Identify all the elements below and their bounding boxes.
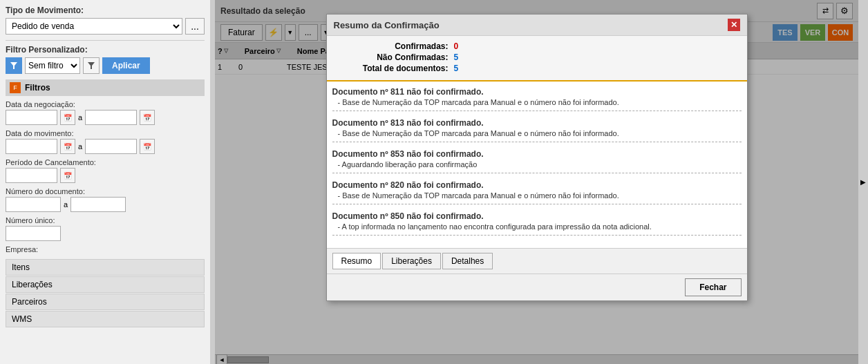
between-label-2: a xyxy=(78,142,82,151)
modal-body: Documento nº 811 não foi confirmado. - B… xyxy=(327,82,747,248)
data-movimento-cal-start[interactable]: 📅 xyxy=(60,139,75,154)
doc-detail-3: - Base de Numeração da TOP marcada para … xyxy=(332,191,742,200)
apply-filter-btn[interactable]: Aplicar xyxy=(102,57,150,74)
total-docs-value: 5 xyxy=(454,64,459,73)
data-negociacao-cal-start[interactable]: 📅 xyxy=(60,110,75,125)
total-docs-row: Total de documentos: 5 xyxy=(338,64,736,73)
doc-block-3: Documento nº 820 não foi confirmado. - B… xyxy=(332,180,742,204)
tab-itens[interactable]: Itens xyxy=(6,259,205,276)
data-negociacao-label: Data da negociação: xyxy=(6,100,205,108)
data-movimento-field: Data do movimento: 📅 a 📅 xyxy=(6,129,205,154)
numero-unico-input[interactable] xyxy=(6,226,61,241)
modal-tabs: Resumo Liberações Detalhes xyxy=(327,248,747,274)
data-negociacao-field: Data da negociação: 📅 a 📅 xyxy=(6,100,205,125)
between-label-1: a xyxy=(78,113,82,122)
modal-overlay: Resumo da Confirmação ✕ Confirmadas: 0 N… xyxy=(215,0,858,364)
tipo-movimento-row: Pedido de venda ... xyxy=(6,18,205,35)
modal-header: Resumo da Confirmação ✕ xyxy=(327,15,747,36)
numero-documento-field: Número do documento: a xyxy=(6,187,205,212)
numero-unico-label: Número único: xyxy=(6,216,205,224)
numero-unico-row xyxy=(6,226,205,241)
data-negociacao-row: 📅 a 📅 xyxy=(6,110,205,125)
confirmadas-label: Confirmadas: xyxy=(338,41,449,51)
bottom-tabs: Itens Liberações Parceiros WMS xyxy=(6,259,205,327)
confirmadas-row: Confirmadas: 0 xyxy=(338,41,736,51)
empresa-label: Empresa: xyxy=(6,245,205,253)
doc-title-2: Documento nº 853 não foi confirmado. xyxy=(332,149,742,159)
periodo-cancelamento-field: Período de Cancelamento: 📅 xyxy=(6,158,205,183)
filtro-personalizado-row: Sem filtro Aplicar xyxy=(6,57,205,74)
data-movimento-cal-end[interactable]: 📅 xyxy=(140,139,155,154)
numero-unico-field: Número único: xyxy=(6,216,205,241)
modal-tab-resumo[interactable]: Resumo xyxy=(332,253,381,269)
periodo-cancelamento-label: Período de Cancelamento: xyxy=(6,158,205,166)
periodo-cancelamento-cal[interactable]: 📅 xyxy=(60,168,75,183)
doc-block-4: Documento nº 850 não foi confirmado. - A… xyxy=(332,211,742,236)
funnel-icon xyxy=(88,62,95,69)
svg-marker-1 xyxy=(88,62,95,69)
doc-detail-4: - A top informada no lançamento nao enco… xyxy=(332,222,742,231)
data-movimento-end[interactable] xyxy=(85,139,137,154)
numero-documento-start[interactable] xyxy=(6,197,61,212)
data-movimento-start[interactable] xyxy=(6,139,57,154)
data-negociacao-cal-end[interactable]: 📅 xyxy=(140,110,155,125)
filter-select[interactable]: Sem filtro xyxy=(25,57,80,74)
sidebar: Tipo de Movimento: Pedido de venda ... F… xyxy=(0,0,211,364)
filter-icon xyxy=(10,61,18,70)
periodo-cancelamento-row: 📅 xyxy=(6,168,205,183)
modal-close-btn[interactable]: ✕ xyxy=(728,19,740,31)
empresa-field: Empresa: xyxy=(6,245,205,253)
data-movimento-label: Data do movimento: xyxy=(6,129,205,137)
nao-confirmadas-label: Não Confirmadas: xyxy=(338,52,449,62)
filter-funnel-btn[interactable] xyxy=(83,57,100,74)
between-label-3: a xyxy=(64,200,68,209)
numero-documento-label: Número do documento: xyxy=(6,187,205,195)
filtros-icon: F xyxy=(10,82,21,93)
filter-color-btn[interactable] xyxy=(6,57,22,74)
filtro-personalizado-label: Filtro Personalizado: xyxy=(6,45,205,55)
numero-documento-end[interactable] xyxy=(70,197,126,212)
doc-title-1: Documento nº 813 não foi confirmado. xyxy=(332,118,742,128)
modal-footer: Fechar xyxy=(327,274,747,300)
data-negociacao-start[interactable] xyxy=(6,110,57,125)
tipo-movimento-label: Tipo de Movimento: xyxy=(6,6,205,15)
nao-confirmadas-value: 5 xyxy=(454,52,459,62)
confirmation-modal: Resumo da Confirmação ✕ Confirmadas: 0 N… xyxy=(326,14,748,301)
tab-wms[interactable]: WMS xyxy=(6,311,205,327)
doc-detail-2: - Aguardando liberação para confirmação xyxy=(332,160,742,169)
modal-tab-detalhes[interactable]: Detalhes xyxy=(442,253,493,269)
doc-title-3: Documento nº 820 não foi confirmado. xyxy=(332,180,742,190)
confirmadas-value: 0 xyxy=(454,41,459,51)
doc-title-0: Documento nº 811 não foi confirmado. xyxy=(332,87,742,97)
doc-block-2: Documento nº 853 não foi confirmado. - A… xyxy=(332,149,742,173)
nao-confirmadas-row: Não Confirmadas: 5 xyxy=(338,52,736,62)
doc-block-1: Documento nº 813 não foi confirmado. - B… xyxy=(332,118,742,142)
tipo-movimento-select[interactable]: Pedido de venda xyxy=(6,18,182,35)
tipo-movimento-dots-btn[interactable]: ... xyxy=(185,18,205,35)
periodo-cancelamento-start[interactable] xyxy=(6,168,57,183)
doc-title-4: Documento nº 850 não foi confirmado. xyxy=(332,211,742,221)
modal-summary: Confirmadas: 0 Não Confirmadas: 5 Total … xyxy=(327,36,747,82)
modal-title: Resumo da Confirmação xyxy=(334,20,440,30)
tab-parceiros[interactable]: Parceiros xyxy=(6,294,205,310)
modal-tab-liberacoes[interactable]: Liberações xyxy=(382,253,441,269)
content-area: Resultado da seleção ⇄ ⚙ Faturar ⚡ ▼ ...… xyxy=(215,0,858,364)
total-docs-label: Total de documentos: xyxy=(338,64,449,73)
data-negociacao-end[interactable] xyxy=(85,110,137,125)
svg-marker-0 xyxy=(10,62,17,69)
fechar-btn[interactable]: Fechar xyxy=(685,278,741,296)
right-arrow-panel[interactable]: ▶ xyxy=(858,0,868,364)
doc-detail-1: - Base de Numeração da TOP marcada para … xyxy=(332,129,742,137)
filtros-label: Filtros xyxy=(25,83,50,93)
data-movimento-row: 📅 a 📅 xyxy=(6,139,205,154)
tab-liberacoes[interactable]: Liberações xyxy=(6,276,205,293)
doc-block-0: Documento nº 811 não foi confirmado. - B… xyxy=(332,87,742,111)
filtros-header: F Filtros xyxy=(6,79,205,96)
doc-detail-0: - Base de Numeração da TOP marcada para … xyxy=(332,98,742,106)
numero-documento-row: a xyxy=(6,197,205,212)
